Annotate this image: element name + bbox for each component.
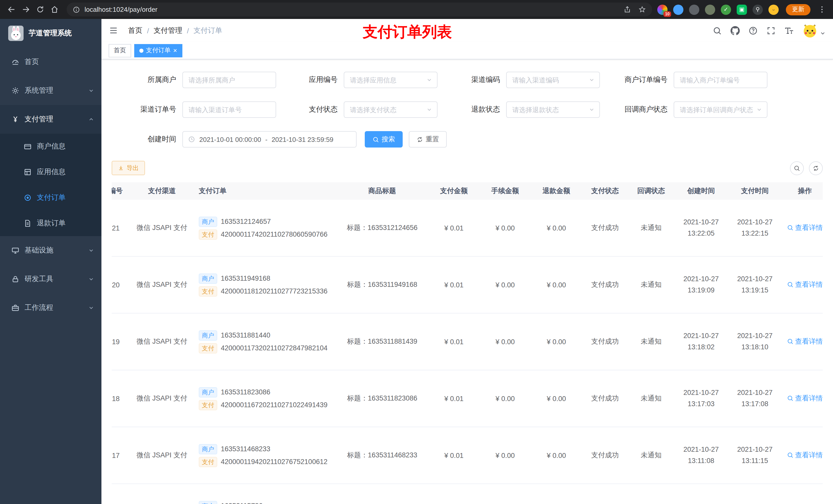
- extension-emoji-icon[interactable]: ᵕ: [768, 4, 779, 15]
- channel-code-select[interactable]: [506, 72, 600, 88]
- refund-status-select[interactable]: [506, 101, 600, 118]
- date-line: 2021-10-27: [674, 387, 728, 399]
- browser-menu-button[interactable]: [814, 2, 829, 17]
- page-banner-title: 支付订单列表: [363, 22, 452, 43]
- app-no-label: 应用编号: [276, 75, 344, 85]
- merchant-order-no-field[interactable]: [680, 76, 761, 84]
- pay-order-line: 支付 4200001173202110272847982104: [199, 343, 336, 353]
- merchant-order-no: 16353115786: [221, 502, 263, 504]
- orders-table: 编号 支付渠道 支付订单 商品标题 支付金额 手续金额 退款金额 支付状态 回调…: [112, 182, 823, 504]
- pay-status-select[interactable]: [344, 101, 437, 118]
- cell-create-time: 2021-10-27 13:19:09: [674, 273, 728, 296]
- address-bar[interactable]: localhost:1024/pay/order: [67, 3, 652, 16]
- extensions-puzzle-icon[interactable]: ⚲: [753, 4, 763, 15]
- extension-dark-icon[interactable]: [689, 4, 699, 15]
- create-time-range-picker[interactable]: 2021-10-01 00:00:00 - 2021-10-31 23:59:5…: [182, 131, 357, 147]
- sidebar-item-app-info[interactable]: 应用信息: [0, 159, 101, 185]
- time-line: 13:18:10: [728, 342, 782, 353]
- browser-update-button[interactable]: 更新: [786, 4, 810, 15]
- refresh-table-button[interactable]: [809, 161, 823, 175]
- view-detail-link[interactable]: 查看详情: [787, 451, 823, 460]
- tab-pay-order[interactable]: 支付订单 ×: [134, 44, 182, 57]
- app-logo: 芋道管理系统: [0, 19, 101, 48]
- sidebar-toggle[interactable]: [109, 25, 120, 36]
- sidebar-item-pay-order[interactable]: 支付订单: [0, 185, 101, 211]
- font-size-icon[interactable]: [784, 26, 793, 35]
- help-icon[interactable]: [748, 26, 758, 35]
- cell-goods-title: 标题：1635311468233: [336, 451, 428, 460]
- export-button[interactable]: 导出: [112, 161, 145, 175]
- tab-home[interactable]: 首页: [109, 44, 131, 57]
- browser-reload-button[interactable]: [33, 2, 47, 17]
- cell-action: 查看详情: [782, 451, 823, 460]
- monitor-icon: [11, 246, 20, 255]
- extension-green-check-icon[interactable]: ✓: [721, 4, 731, 15]
- merchant-order-no-input[interactable]: [674, 72, 767, 88]
- browser-back-button[interactable]: [4, 2, 19, 17]
- view-detail-link[interactable]: 查看详情: [787, 223, 823, 233]
- lock-icon: [11, 275, 20, 283]
- extension-chat-icon[interactable]: ▣: [737, 4, 747, 15]
- cell-notify-status: 未通知: [628, 280, 674, 289]
- toggle-search-button[interactable]: [790, 161, 804, 175]
- reset-button[interactable]: 重置: [409, 131, 447, 147]
- breadcrumb-home[interactable]: 首页: [128, 26, 142, 35]
- github-icon[interactable]: [731, 26, 740, 35]
- user-avatar[interactable]: [802, 23, 818, 38]
- breadcrumb-payment[interactable]: 支付管理: [154, 26, 182, 35]
- callback-status-field[interactable]: [680, 106, 761, 114]
- sidebar-item-merchant-info[interactable]: 商户信息: [0, 134, 101, 159]
- chevron-down-icon: [589, 106, 595, 113]
- date-line: 2021-10-27: [674, 444, 728, 455]
- view-detail-link[interactable]: 查看详情: [787, 337, 823, 346]
- tab-close-icon[interactable]: ×: [173, 47, 177, 54]
- view-detail-link[interactable]: 查看详情: [787, 280, 823, 289]
- channel-order-no-field[interactable]: [189, 106, 270, 114]
- callback-status-select[interactable]: [674, 101, 767, 118]
- cell-fee-amount: ¥ 0.00: [479, 394, 531, 402]
- app-no-select-field[interactable]: [350, 76, 431, 84]
- app-no-select[interactable]: [344, 72, 437, 88]
- browser-home-button[interactable]: [47, 2, 62, 17]
- magnifier-icon: [373, 136, 379, 143]
- extension-drop-icon[interactable]: [673, 4, 684, 15]
- sidebar-item-dev-tools[interactable]: 研发工具: [0, 265, 101, 293]
- col-header-notify-status: 回调状态: [628, 187, 674, 196]
- sidebar-item-refund-order[interactable]: 退款订单: [0, 211, 101, 236]
- search-button[interactable]: 搜索: [365, 131, 403, 147]
- merchant-input[interactable]: [182, 72, 276, 88]
- magnifier-icon: [787, 224, 793, 231]
- sidebar-item-system[interactable]: 系统管理: [0, 76, 101, 105]
- header-search-icon[interactable]: [713, 26, 722, 35]
- table-row: 18 微信 JSAPI 支付 商户 1635311823086 支付 42000…: [112, 370, 823, 427]
- sidebar-item-workflow[interactable]: 工作流程: [0, 293, 101, 322]
- cell-pay-time: 2021-10-27 13:19:15: [728, 273, 782, 296]
- extension-colorwheel-icon[interactable]: 10: [657, 4, 668, 15]
- breadcrumb-separator: /: [187, 26, 189, 34]
- user-menu[interactable]: [802, 23, 826, 38]
- merchant-input-field[interactable]: [189, 76, 270, 84]
- view-detail-link[interactable]: 查看详情: [787, 394, 823, 403]
- fullscreen-icon[interactable]: [766, 26, 776, 35]
- extension-olive-icon[interactable]: [705, 4, 715, 15]
- time-line: 13:11:15: [728, 455, 782, 467]
- merchant-order-line: 商户 1635311949168: [199, 273, 336, 284]
- channel-order-no-input[interactable]: [182, 101, 276, 118]
- cell-create-time: 2021-10-27 13:18:02: [674, 330, 728, 353]
- cell-refund-amount: ¥ 0.00: [531, 452, 582, 459]
- bookmark-star-icon[interactable]: [638, 6, 646, 13]
- channel-code-field[interactable]: [512, 76, 594, 84]
- refund-status-field[interactable]: [512, 106, 594, 114]
- share-icon[interactable]: [623, 6, 631, 13]
- pay-status-field[interactable]: [350, 106, 431, 114]
- site-info-icon[interactable]: [73, 6, 80, 13]
- browser-forward-button[interactable]: [19, 2, 33, 17]
- sidebar-item-home[interactable]: 首页: [0, 48, 101, 76]
- sidebar-item-payment[interactable]: 支付管理: [0, 105, 101, 134]
- magnifier-icon: [787, 338, 793, 345]
- grid-icon: [24, 168, 32, 176]
- cell-pay-order: 商户 1635311881440 支付 42000011732021102728…: [193, 328, 336, 356]
- extension-badge: 10: [663, 11, 671, 17]
- caret-down-icon: [820, 30, 826, 36]
- sidebar-item-infra[interactable]: 基础设施: [0, 236, 101, 265]
